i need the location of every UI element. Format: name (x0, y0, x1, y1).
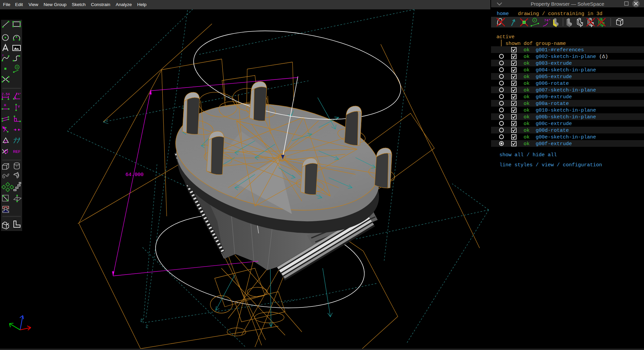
svg-text:line styles / view / configura: line styles / view / configuration (499, 162, 602, 168)
svg-text:g00f-extrude: g00f-extrude (536, 141, 572, 147)
svg-text:drawing / constraining in 3d: drawing / constraining in 3d (518, 11, 602, 17)
svg-text:g007-sketch-in-plane: g007-sketch-in-plane (536, 88, 596, 93)
svg-text:ok: ok (524, 67, 530, 73)
svg-text:ok: ok (524, 108, 530, 113)
svg-text:g00a-rotate: g00a-rotate (536, 101, 569, 107)
svg-text:ok: ok (524, 88, 530, 93)
svg-text:shown dof group-name: shown dof group-name (505, 41, 566, 47)
svg-text:g00c-extrude: g00c-extrude (536, 121, 572, 127)
svg-text:g010-sketch-in-plane: g010-sketch-in-plane (536, 108, 596, 113)
svg-text:g006-rotate: g006-rotate (536, 81, 569, 86)
svg-text:ok: ok (524, 54, 530, 60)
svg-text:ok: ok (524, 134, 530, 140)
svg-text:g002-sketch-in-plane (Δ): g002-sketch-in-plane (Δ) (536, 54, 608, 60)
svg-text:ok: ok (524, 81, 530, 86)
svg-text:active: active (496, 34, 515, 40)
svg-text:T: T (2, 54, 4, 57)
svg-text:g005-extrude: g005-extrude (536, 74, 572, 80)
svg-text:show all / hide all: show all / hide all (499, 152, 557, 158)
svg-text:64.000: 64.000 (125, 172, 144, 178)
svg-text:g00e-sketch-in-plane: g00e-sketch-in-plane (536, 134, 596, 140)
svg-text:g001-#references: g001-#references (536, 47, 584, 53)
svg-text:ok: ok (524, 61, 530, 66)
svg-text:REF: REF (13, 150, 20, 154)
svg-text:2.54: 2.54 (2, 93, 10, 96)
svg-text:H: H (4, 104, 6, 107)
svg-text:ok: ok (524, 141, 530, 147)
svg-text:g009-extrude: g009-extrude (536, 94, 572, 100)
svg-text:g00b-sketch-in-plane: g00b-sketch-in-plane (536, 114, 596, 120)
svg-text:ok: ok (524, 114, 530, 120)
svg-text:g00d-rotate: g00d-rotate (536, 128, 569, 133)
svg-text:ok: ok (524, 101, 530, 107)
svg-text:home: home (497, 11, 509, 17)
svg-text:g004-sketch-in-plane: g004-sketch-in-plane (536, 67, 596, 73)
svg-text:g003-extrude: g003-extrude (536, 61, 572, 66)
svg-text:V: V (18, 105, 20, 109)
svg-text:ok: ok (524, 47, 530, 53)
svg-text:ok: ok (524, 74, 530, 80)
svg-text:ok: ok (524, 94, 530, 100)
svg-text:ok: ok (524, 128, 530, 133)
svg-text:ok: ok (524, 121, 530, 127)
